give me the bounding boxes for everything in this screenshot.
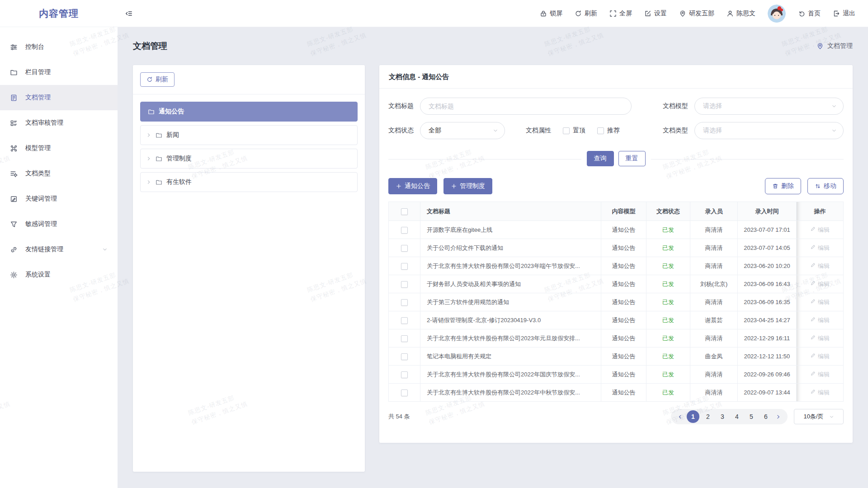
doc-time-cell: 2023-06-20 10:20	[738, 257, 797, 275]
pagination-page-3[interactable]: 3	[717, 411, 728, 422]
select-all-checkbox[interactable]	[401, 208, 408, 215]
edit-link[interactable]: 编辑	[797, 311, 844, 329]
sidebar-item-文档审核管理[interactable]: 文档审核管理	[0, 110, 118, 136]
tree-node-label: 新闻	[166, 131, 179, 139]
row-checkbox[interactable]	[401, 281, 408, 288]
edit-link[interactable]: 编辑	[797, 347, 844, 366]
doc-title-cell: 开源数字底座在gitee上线	[420, 221, 601, 239]
attr-recommend-checkbox[interactable]: 推荐	[597, 127, 620, 135]
doc-time-cell: 2022-09-26 09:46	[738, 366, 797, 384]
row-checkbox[interactable]	[401, 245, 408, 252]
sidebar-item-文档类型[interactable]: 文档类型	[0, 161, 118, 186]
attr-top-checkbox[interactable]: 置顶	[563, 127, 585, 135]
sidebar-item-关键词管理[interactable]: 关键词管理	[0, 186, 118, 211]
add-regulation-button[interactable]: 管理制度	[443, 178, 492, 194]
status-badge: 已发	[662, 263, 674, 269]
plus-icon	[396, 183, 402, 189]
header-action-logout[interactable]: 退出	[833, 9, 855, 18]
avatar[interactable]	[768, 5, 786, 23]
search-button[interactable]: 查询	[587, 151, 614, 166]
doc-editor-cell: 谢晨芸	[690, 311, 738, 329]
edit-link[interactable]: 编辑	[797, 329, 844, 347]
tree-node-通知公告[interactable]: 通知公告	[140, 102, 358, 122]
refresh-icon	[146, 76, 153, 83]
column-header: 录入时间	[738, 202, 797, 221]
chevron-down-icon	[102, 247, 108, 252]
header-action-settings[interactable]: 设置	[644, 9, 667, 18]
edit-label: 编辑	[818, 335, 830, 342]
page-title: 文档管理	[133, 40, 167, 52]
edit-label: 编辑	[818, 299, 830, 305]
doc-title-cell: 于财务部人员变动及相关事项的通知	[420, 275, 601, 293]
tree-node-管理制度[interactable]: 管理制度	[140, 149, 358, 169]
sidebar-item-文档管理[interactable]: 文档管理	[0, 85, 118, 110]
header-action-department[interactable]: 研发五部	[679, 9, 714, 18]
edit-label: 编辑	[818, 226, 830, 233]
add-notice-label: 通知公告	[405, 182, 430, 190]
collapse-sidebar-icon[interactable]	[125, 9, 133, 18]
doc-editor-cell: 曲金凤	[690, 347, 738, 366]
pagination-page-5[interactable]: 5	[745, 411, 757, 422]
row-checkbox[interactable]	[401, 353, 408, 360]
move-button[interactable]: 移动	[807, 178, 844, 194]
add-notice-button[interactable]: 通知公告	[388, 178, 437, 194]
header-action-lock[interactable]: 锁屏	[540, 9, 562, 18]
doc-title-input[interactable]	[420, 98, 632, 115]
doc-model-select[interactable]: 请选择	[694, 98, 844, 115]
doc-title-cell: 关于第三方软件使用规范的通知	[420, 293, 601, 311]
table-row: 开源数字底座在gitee上线通知公告已发商清清2023-07-07 17:01编…	[389, 221, 844, 239]
sidebar-item-栏目管理[interactable]: 栏目管理	[0, 60, 118, 85]
row-checkbox[interactable]	[401, 335, 408, 342]
row-checkbox[interactable]	[401, 263, 408, 270]
tree-node-新闻[interactable]: 新闻	[140, 125, 358, 145]
reset-button[interactable]: 重置	[618, 151, 646, 166]
pagination-page-6[interactable]: 6	[760, 411, 772, 422]
pagination-prev[interactable]	[675, 414, 685, 420]
doc-status-cell: 已发	[646, 329, 690, 347]
edit-link[interactable]: 编辑	[797, 239, 844, 257]
pagination-page-2[interactable]: 2	[702, 411, 714, 422]
row-checkbox[interactable]	[401, 371, 408, 378]
doc-type-select[interactable]: 请选择	[694, 122, 844, 139]
chevron-right-icon	[146, 179, 151, 185]
status-badge: 已发	[662, 244, 674, 251]
pagination-page-4[interactable]: 4	[731, 411, 743, 422]
refresh-label: 刷新	[156, 75, 168, 84]
column-header: 文档状态	[646, 202, 690, 221]
header-action-home[interactable]: 首页	[798, 9, 821, 18]
edit-link[interactable]: 编辑	[797, 257, 844, 275]
header-action-fullscreen[interactable]: 全屏	[609, 9, 632, 18]
edit-link[interactable]: 编辑	[797, 384, 844, 402]
sidebar-item-系统设置[interactable]: 系统设置	[0, 262, 118, 287]
pagination-page-1[interactable]: 1	[687, 410, 699, 423]
row-checkbox[interactable]	[401, 317, 408, 324]
edit-link[interactable]: 编辑	[797, 366, 844, 384]
sidebar-item-控制台[interactable]: 控制台	[0, 34, 118, 60]
sidebar-item-label: 敏感词管理	[25, 220, 57, 228]
chevron-right-icon	[146, 132, 151, 138]
edit-link[interactable]: 编辑	[797, 293, 844, 311]
pagination-next[interactable]	[773, 414, 783, 420]
sidebar-item-模型管理[interactable]: 模型管理	[0, 136, 118, 161]
edit-link[interactable]: 编辑	[797, 275, 844, 293]
row-checkbox[interactable]	[401, 299, 408, 306]
edit-link[interactable]: 编辑	[797, 221, 844, 239]
header-action-refresh[interactable]: 刷新	[575, 9, 597, 18]
checkbox-icon	[563, 127, 570, 134]
delete-label: 删除	[781, 182, 794, 190]
header-action-username[interactable]: 陈思文	[726, 9, 755, 18]
table-row: 关于第三方软件使用规范的通知通知公告已发商清清2023-06-09 16:35编…	[389, 293, 844, 311]
documents-table: 文档标题内容模型文档状态录入员录入时间操作 开源数字底座在gitee上线通知公告…	[388, 202, 844, 402]
doc-status-select[interactable]: 全部	[420, 122, 505, 139]
row-checkbox[interactable]	[401, 389, 408, 396]
page-size-select[interactable]: 10条/页	[794, 409, 844, 424]
sidebar: 控制台栏目管理文档管理文档审核管理模型管理文档类型关键词管理敏感词管理友情链接管…	[0, 27, 118, 488]
tree-node-有生软件[interactable]: 有生软件	[140, 172, 358, 192]
doc-status-cell: 已发	[646, 347, 690, 366]
sidebar-item-友情链接管理[interactable]: 友情链接管理	[0, 237, 118, 262]
delete-button[interactable]: 删除	[765, 178, 801, 194]
sidebar-item-敏感词管理[interactable]: 敏感词管理	[0, 211, 118, 237]
tree-refresh-button[interactable]: 刷新	[140, 72, 175, 87]
move-label: 移动	[824, 182, 836, 190]
row-checkbox[interactable]	[401, 227, 408, 234]
